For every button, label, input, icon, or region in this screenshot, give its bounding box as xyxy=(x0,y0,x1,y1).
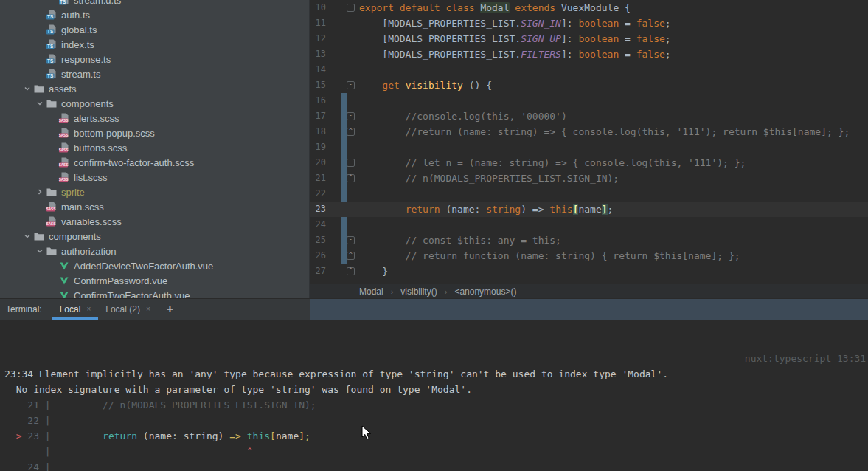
chevron-right-icon[interactable] xyxy=(33,186,46,198)
terminal-tab-local[interactable]: Local× xyxy=(52,299,99,320)
code-line-18[interactable]: 18^ //return (name: string) => { console… xyxy=(310,124,868,140)
code-token: [MODALS_PROPERTIES_LIST. xyxy=(359,18,521,29)
tree-item-stream-d-ts[interactable]: TSstream.d.ts xyxy=(0,0,310,7)
code-line-12[interactable]: 12 [MODALS_PROPERTIES_LIST.SIGN_UP]: boo… xyxy=(310,31,868,47)
code-line-17[interactable]: 17- //console.log(this, '00000') xyxy=(310,109,868,124)
code-line-23[interactable]: 23 return (name: string) => this[name]; xyxy=(310,202,868,217)
tree-item-label: response.ts xyxy=(61,54,111,65)
fold-start-icon[interactable]: - xyxy=(347,236,355,244)
tree-item-components[interactable]: components xyxy=(0,96,310,111)
code-line-11[interactable]: 11 [MODALS_PROPERTIES_LIST.SIGN_IN]: boo… xyxy=(310,16,868,31)
tree-item-label: bottom-popup.scss xyxy=(74,128,155,139)
code-line-27[interactable]: 27^ } xyxy=(310,264,868,279)
close-tab-icon[interactable]: × xyxy=(86,306,91,313)
terminal-line: 22 | xyxy=(0,413,868,428)
terminal-tab-local-2-[interactable]: Local (2)× xyxy=(98,299,158,320)
code-text: } xyxy=(359,264,388,279)
chevron-down-icon[interactable] xyxy=(33,245,46,257)
code-token: Modal xyxy=(480,2,509,13)
tree-item-components[interactable]: components xyxy=(0,229,310,244)
chevron-down-icon[interactable] xyxy=(33,97,46,109)
terminal-token: 24 | xyxy=(4,461,51,471)
chevron-down-icon[interactable] xyxy=(21,230,33,242)
tree-item-global-ts[interactable]: TSglobal.ts xyxy=(0,22,310,37)
fold-end-icon[interactable]: ^ xyxy=(347,252,355,260)
tree-item-variables-scss[interactable]: SASSvariables.scss xyxy=(0,214,310,229)
fold-start-icon[interactable]: - xyxy=(347,4,355,12)
tree-item-index-ts[interactable]: TSindex.ts xyxy=(0,37,310,52)
code-token: ; xyxy=(608,204,614,215)
scss-file-icon: SASS xyxy=(58,127,70,139)
line-number: 18 xyxy=(310,124,326,140)
tree-item-confirmtwofactorauth-vue[interactable]: ConfirmTwoFactorAuth.vue xyxy=(0,288,310,298)
tree-item-alerts-scss[interactable]: SASSalerts.scss xyxy=(0,111,310,126)
terminal-line: | ^ xyxy=(0,444,868,459)
code-line-16[interactable]: 16 xyxy=(310,93,868,109)
new-terminal-tab-button[interactable]: + xyxy=(167,303,173,316)
fold-end-icon[interactable]: ^ xyxy=(347,128,355,136)
tree-item-confirmpassword-vue[interactable]: ConfirmPassword.vue xyxy=(0,273,310,288)
breadcrumb: Modal›visibility()›<anonymous>() xyxy=(310,284,868,298)
code-line-26[interactable]: 26^ // return function (name: string) { … xyxy=(310,248,868,264)
chevron-down-icon[interactable] xyxy=(21,83,33,94)
close-tab-icon[interactable]: × xyxy=(146,306,150,313)
code-line-15[interactable]: 15- get visibility () { xyxy=(310,78,868,93)
tree-item-assets[interactable]: assets xyxy=(0,81,310,96)
code-token: ; xyxy=(665,18,671,29)
code-token: ; xyxy=(665,33,671,44)
chevron-spacer xyxy=(46,127,58,139)
code-token: return xyxy=(406,204,440,215)
terminal-line: nuxt:typescript 13:31: xyxy=(0,351,868,366)
code-token: false xyxy=(636,49,665,60)
tree-item-response-ts[interactable]: TSresponse.ts xyxy=(0,52,310,66)
fold-start-icon[interactable]: - xyxy=(347,112,355,120)
code-text: //return (name: string) => { console.log… xyxy=(359,124,850,140)
breadcrumb-item-visibility-[interactable]: visibility() xyxy=(400,286,437,297)
code-line-19[interactable]: 19 xyxy=(310,140,868,155)
code-line-14[interactable]: 14 xyxy=(310,62,868,78)
tree-item-addeddevicetwofactorauth-vue[interactable]: AddedDeviceTwoFactorAuth.vue xyxy=(0,258,310,273)
code-token: this xyxy=(549,204,572,215)
tree-item-auth-ts[interactable]: TSauth.ts xyxy=(0,7,310,22)
code-token: false xyxy=(636,33,665,44)
fold-end-icon[interactable]: ^ xyxy=(347,267,355,275)
tree-item-confirm-two-factor-auth-scss[interactable]: SASSconfirm-two-factor-auth.scss xyxy=(0,155,310,170)
code-line-13[interactable]: 13 [MODALS_PROPERTIES_LIST.FILTERS]: boo… xyxy=(310,47,868,62)
code-line-22[interactable]: 22 xyxy=(310,186,868,202)
ts-file-icon: TS xyxy=(46,9,58,21)
code-text: //console.log(this, '00000') xyxy=(359,109,567,124)
ts-file-icon: TS xyxy=(46,53,58,65)
tree-item-sprite[interactable]: sprite xyxy=(0,185,310,199)
fold-start-icon[interactable]: - xyxy=(347,81,355,89)
fold-end-icon[interactable]: ^ xyxy=(347,174,355,182)
svg-text:TS: TS xyxy=(47,14,54,19)
code-editor[interactable]: 10-export default class Modal extends Vu… xyxy=(310,0,868,284)
code-token: ]: xyxy=(561,49,578,60)
code-line-25[interactable]: 25- // const $this: any = this; xyxy=(310,233,868,248)
code-line-10[interactable]: 10-export default class Modal extends Vu… xyxy=(310,0,868,16)
svg-text:TS: TS xyxy=(47,29,54,34)
fold-start-icon[interactable]: - xyxy=(347,159,355,167)
vue-file-icon xyxy=(58,289,70,298)
tree-item-list-scss[interactable]: SASSlist.scss xyxy=(0,170,310,185)
terminal-token: => xyxy=(229,430,241,441)
svg-text:SASS: SASS xyxy=(59,163,69,167)
svg-text:SASS: SASS xyxy=(59,148,69,152)
code-line-21[interactable]: 21^ // n(MODALS_PROPERTIES_LIST.SIGN_IN)… xyxy=(310,171,868,186)
breadcrumb-item-modal[interactable]: Modal xyxy=(359,286,383,297)
terminal-panel[interactable]: nuxt:typescript 13:31:23:34 Element impl… xyxy=(0,320,868,471)
terminal-line: > 23 | return (name: string) => this[nam… xyxy=(0,428,868,444)
breadcrumb-item--anonymous-[interactable]: <anonymous>() xyxy=(454,286,516,297)
tree-item-bottom-popup-scss[interactable]: SASSbottom-popup.scss xyxy=(0,126,310,140)
code-token: SIGN_IN xyxy=(521,18,561,29)
code-line-20[interactable]: 20- // let n = (name: string) => { conso… xyxy=(310,155,868,171)
code-token: [MODALS_PROPERTIES_LIST. xyxy=(359,49,521,60)
tree-item-main-scss[interactable]: SASSmain.scss xyxy=(0,199,310,214)
svg-text:TS: TS xyxy=(60,0,66,4)
tree-item-buttons-scss[interactable]: SASSbuttons.scss xyxy=(0,140,310,155)
tree-item-stream-ts[interactable]: TSstream.ts xyxy=(0,66,310,81)
tree-item-label: AddedDeviceTwoFactorAuth.vue xyxy=(74,261,213,272)
code-token: boolean xyxy=(578,49,619,60)
tree-item-authorization[interactable]: authorization xyxy=(0,244,310,258)
code-line-24[interactable]: 24 xyxy=(310,217,868,233)
